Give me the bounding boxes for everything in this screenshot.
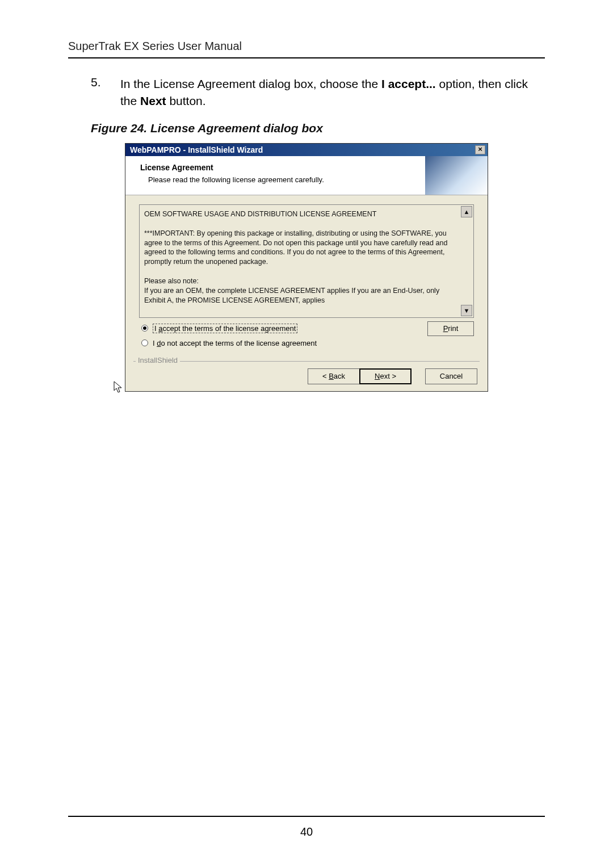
step-text: In the License Agreement dialog box, cho… — [120, 76, 545, 110]
radio-reject[interactable] — [141, 339, 148, 346]
dialog-header-image — [425, 156, 488, 195]
license-para-2: ***IMPORTANT: By opening this package or… — [144, 229, 457, 267]
accept-post: ccept the terms of the license agreement — [162, 324, 296, 333]
license-scrollbar[interactable]: ▲ ▼ — [461, 206, 472, 316]
radio-reject-label: I do not accept the terms of the license… — [153, 339, 317, 347]
installshield-label: InstallShield — [136, 356, 180, 364]
dialog-header-subtitle: Please read the following license agreem… — [140, 175, 324, 184]
next-button[interactable]: Next > — [359, 368, 412, 384]
manual-header: SuperTrak EX Series User Manual — [68, 40, 545, 53]
close-button[interactable]: × — [475, 145, 485, 154]
license-para-3: Please also note: — [144, 276, 457, 286]
reject-post: o not accept the terms of the license ag… — [161, 339, 317, 347]
print-u: P — [443, 324, 448, 333]
radio-accept-label: I accept the terms of the license agreem… — [153, 324, 297, 333]
page-number: 40 — [0, 825, 613, 838]
cancel-button[interactable]: Cancel — [425, 368, 477, 384]
step-text-c: button. — [166, 94, 206, 107]
header-rule — [68, 57, 545, 58]
license-dialog: WebPAMPRO - InstallShield Wizard × Licen… — [125, 143, 488, 392]
license-para-1: OEM SOFTWARE USAGE AND DISTRIBUTION LICE… — [144, 209, 457, 219]
license-text-box: OEM SOFTWARE USAGE AND DISTRIBUTION LICE… — [139, 204, 474, 318]
license-para-4: If you are an OEM, the complete LICENSE … — [144, 286, 457, 305]
footer-rule — [68, 816, 545, 817]
back-button[interactable]: < Back — [308, 368, 360, 384]
step-text-a: In the License Agreement dialog box, cho… — [120, 77, 381, 90]
next-u: N — [375, 372, 380, 380]
radio-accept-row[interactable]: I accept the terms of the license agreem… — [141, 324, 317, 333]
radio-accept[interactable] — [141, 325, 148, 332]
step-5: 5. In the License Agreement dialog box, … — [91, 76, 545, 110]
back-post: ack — [334, 372, 345, 380]
step-number: 5. — [91, 76, 107, 110]
dialog-title: WebPAMPRO - InstallShield Wizard — [130, 145, 263, 154]
print-button[interactable]: Print — [427, 321, 474, 336]
dialog-header-title: License Agreement — [140, 163, 324, 172]
radio-reject-row[interactable]: I do not accept the terms of the license… — [141, 339, 317, 347]
dialog-header: License Agreement Please read the follow… — [125, 156, 488, 195]
step-bold-next: Next — [140, 94, 166, 107]
dialog-footer: InstallShield < Back Next > Cancel — [133, 361, 480, 384]
step-bold-accept: I accept... — [381, 77, 436, 90]
scroll-down-icon[interactable]: ▼ — [461, 305, 472, 316]
scroll-up-icon[interactable]: ▲ — [461, 206, 472, 217]
back-pre: < — [322, 372, 329, 380]
dialog-titlebar: WebPAMPRO - InstallShield Wizard × — [125, 144, 488, 156]
figure-caption: Figure 24. License Agreement dialog box — [91, 121, 545, 135]
print-post: rint — [448, 324, 458, 333]
next-post: ext > — [380, 372, 396, 380]
back-u: B — [329, 372, 334, 380]
